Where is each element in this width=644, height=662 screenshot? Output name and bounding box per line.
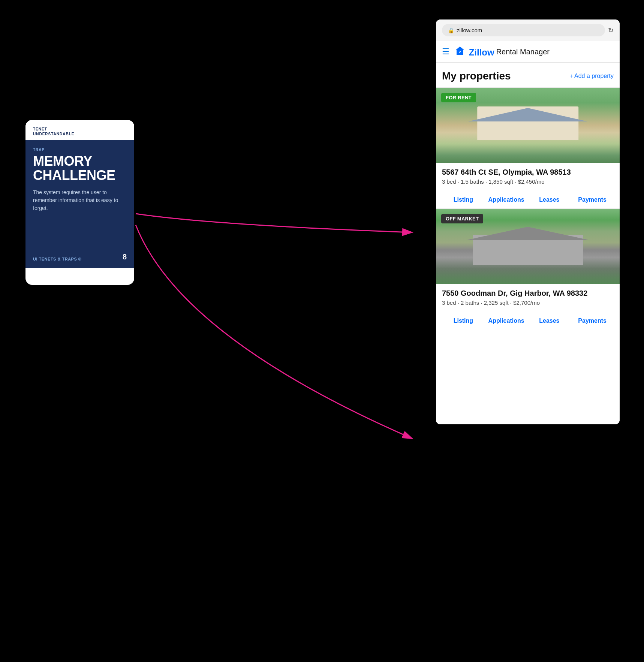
- property-card-1: FOR RENT 5567 64th Ct SE, Olympia, WA 98…: [436, 87, 620, 208]
- property-details-1: 3 bed · 1.5 baths · 1,850 sqft · $2,450/…: [442, 178, 614, 185]
- tenet-title: MEMORY CHALLENGE: [33, 154, 127, 183]
- page-title: My properties: [442, 70, 511, 82]
- phone-browser: 🔒 zillow.com ↻ ☰ z Zillow Rental Manager: [436, 19, 620, 424]
- property-address-2: 7550 Goodman Dr, Gig Harbor, WA 98332: [442, 289, 614, 298]
- zillow-logo-text: z Zillow: [455, 46, 494, 58]
- zillow-z-icon: z: [455, 46, 466, 55]
- zillow-brand: z Zillow Rental Manager: [455, 46, 550, 58]
- listing-link-2[interactable]: Listing: [442, 312, 485, 330]
- property-address-1: 5567 64th Ct SE, Olympia, WA 98513: [442, 168, 614, 177]
- url-pill[interactable]: 🔒 zillow.com: [442, 24, 605, 36]
- tenet-header: TENET UNDERSTANDABLE: [25, 120, 134, 140]
- property-image-1: FOR RENT: [436, 88, 620, 163]
- status-badge-1: FOR RENT: [441, 93, 476, 102]
- tenet-label: TENET UNDERSTANDABLE: [33, 127, 127, 136]
- property-info-2: 7550 Goodman Dr, Gig Harbor, WA 98332 3 …: [436, 284, 620, 312]
- property-actions-1: Listing Applications Leases Payments: [436, 191, 620, 208]
- tenet-card: TENET UNDERSTANDABLE TRAP MEMORY CHALLEN…: [25, 120, 134, 285]
- url-bar: 🔒 zillow.com ↻: [436, 19, 620, 41]
- property-details-2: 3 bed · 2 baths · 2,325 sqft · $2,700/mo: [442, 300, 614, 306]
- payments-link-2[interactable]: Payments: [571, 312, 614, 330]
- applications-link-2[interactable]: Applications: [485, 312, 528, 330]
- zillow-name: Zillow: [469, 47, 494, 57]
- tenet-page-number: 8: [123, 253, 127, 261]
- nav-bar: ☰ z Zillow Rental Manager: [436, 41, 620, 63]
- status-badge-2: OFF MARKET: [441, 214, 483, 223]
- payments-link-1[interactable]: Payments: [571, 191, 614, 208]
- svg-text:z: z: [459, 49, 461, 54]
- leases-link-2[interactable]: Leases: [528, 312, 571, 330]
- browser-content[interactable]: My properties + Add a property FOR RENT …: [436, 63, 620, 424]
- applications-link-1[interactable]: Applications: [485, 191, 528, 208]
- tenet-footer-label: UI TENETS & TRAPS ©: [33, 257, 81, 261]
- tenet-body: TRAP MEMORY CHALLENGE The system require…: [25, 140, 134, 253]
- url-text: zillow.com: [457, 27, 482, 33]
- property-image-2: OFF MARKET: [436, 209, 620, 284]
- tenet-trap-label: TRAP: [33, 148, 127, 152]
- property-actions-2: Listing Applications Leases Payments: [436, 312, 620, 330]
- tenet-footer: UI TENETS & TRAPS © 8: [25, 253, 134, 268]
- property-info-1: 5567 64th Ct SE, Olympia, WA 98513 3 bed…: [436, 163, 620, 191]
- page-header: My properties + Add a property: [436, 63, 620, 87]
- tenet-description: The system requires the user to remember…: [33, 189, 127, 212]
- add-property-button[interactable]: + Add a property: [569, 73, 614, 79]
- property-card-2: OFF MARKET 7550 Goodman Dr, Gig Harbor, …: [436, 208, 620, 330]
- hamburger-icon[interactable]: ☰: [442, 47, 449, 57]
- lock-icon: 🔒: [448, 27, 454, 33]
- leases-link-1[interactable]: Leases: [528, 191, 571, 208]
- listing-link-1[interactable]: Listing: [442, 191, 485, 208]
- reload-icon[interactable]: ↻: [608, 26, 614, 34]
- rental-manager-label: Rental Manager: [496, 48, 550, 56]
